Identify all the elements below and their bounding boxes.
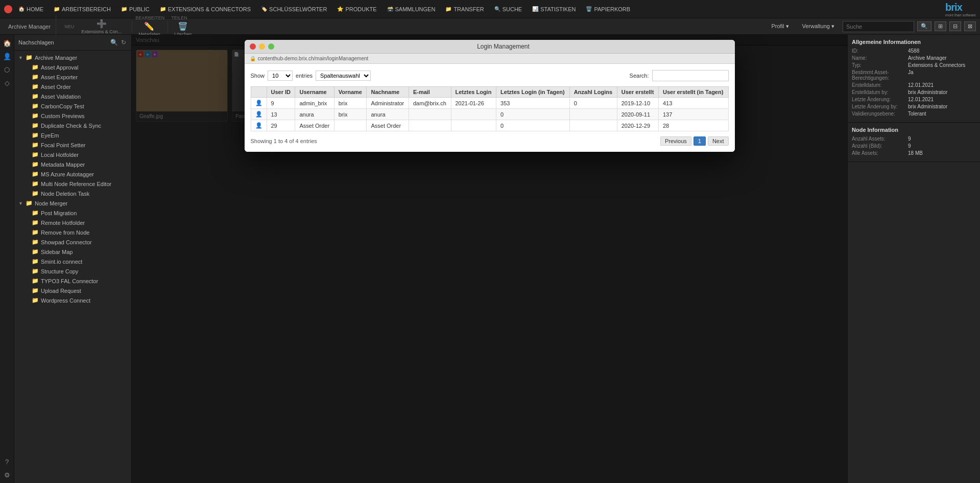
modal-maximize-btn[interactable] [268,43,274,50]
sidebar-item-multi-node-ref-editor[interactable]: 📁Multi Node Reference Editor [14,179,131,189]
user-id-cell: 13 [267,109,295,120]
view-split-btn[interactable]: ⊠ [964,21,976,31]
nav-arbeitsbereich[interactable]: 📁 ARBEITSBEREICH [50,4,115,14]
col-anzahl-logins[interactable]: Anzahl Logins [569,87,617,98]
sidebar-refresh-icon[interactable]: ↻ [120,38,127,47]
nav-extensions[interactable]: 📁 EXTENSIONS & CONNECTORS [156,4,255,14]
profil-btn[interactable]: Profil ▾ [766,21,794,32]
nav-sammlungen[interactable]: 🗃️ SAMMLUNGEN [383,4,440,14]
sidebar-item-asset-approval[interactable]: 📁Asset Approval [14,62,131,72]
sidebar-item-asset-exporter[interactable]: 📁Asset Exporter [14,72,131,82]
new-section-label: NEU [64,24,74,29]
nav-statistiken[interactable]: 📊 STATISTIKEN [528,4,580,14]
verwaltung-btn[interactable]: Verwaltung ▾ [797,21,840,32]
modal-minimize-btn[interactable] [259,43,265,50]
row-val: Extensions & Connectors [908,62,976,68]
sidebar-item-eyeem[interactable]: 📁EyeEm [14,130,131,140]
edit-icon: ✏️ [144,21,154,31]
sidebar-item-asset-validation[interactable]: 📁Asset Validation [14,91,131,101]
row-key: Typ: [852,62,908,68]
modal-url: contenthub-demo.brix.ch/main/loginManage… [258,56,369,61]
table-row[interactable]: 👤13anurabrixanura02020-09-11137 [251,109,728,120]
extensions-btn[interactable]: ➕ Extensions & Con... [78,18,125,35]
sidebar-item-label: Remove from Node [41,229,89,236]
show-select[interactable]: 102550100 [268,71,293,81]
transfer-icon: 📁 [445,6,451,12]
expand-icon: ▼ [18,201,23,206]
sidebar-item-sidebar-map[interactable]: 📁Sidebar Map [14,247,131,257]
sidebar-item-remote-hotfolder[interactable]: 📁Remote Hotfolder [14,218,131,227]
column-select[interactable]: Spaltenauswahl [316,71,371,81]
sidebar-item-typo3-fal[interactable]: 📁TYPO3 FAL Connector [14,276,131,286]
col-username[interactable]: Username [295,87,334,98]
icon-bar-help[interactable]: ? [1,455,13,468]
view-grid2-btn[interactable]: ⊟ [949,21,961,31]
table-row[interactable]: 👤9admin_brixbrixAdministratordam@brix.ch… [251,98,728,109]
table-row[interactable]: 👤29Asset OrderAsset Order02020-12-2928 [251,120,728,131]
global-search[interactable] [843,21,914,32]
col-letztes-login-tagen[interactable]: Letztes Login (in Tagen) [496,87,570,98]
general-row: Bestimmt Asset-Berechtigungen:Ja [852,70,976,81]
row-key: Anzahl (Bild): [852,143,908,149]
sidebar-item-duplicate-check-sync[interactable]: 📁Duplicate Check & Sync [14,121,131,130]
sidebar-item-custom-previews[interactable]: 📁Custom Previews [14,111,131,121]
sec-nav: Archive Manager NEU ➕ Extensions & Con..… [0,18,980,35]
col-vorname[interactable]: Vorname [334,87,367,98]
sidebar-item-showpad-connector[interactable]: 📁Showpad Connector [14,237,131,247]
nav-transfer[interactable]: 📁 TRANSFER [441,4,488,14]
nachname-cell: Asset Order [367,120,409,131]
sidebar-item-archive-manager[interactable]: ▼📁Archive Manager [14,53,131,62]
username-cell: admin_brix [295,98,334,109]
nav-home[interactable]: 🏠 HOME [14,4,47,14]
sidebar-item-structure-copy[interactable]: 📁Structure Copy [14,266,131,276]
col-user-id[interactable]: User ID [267,87,295,98]
sidebar-item-ms-azure-autotagger[interactable]: 📁MS Azure Autotagger [14,169,131,179]
login-management-modal: Login Management 🔒 contenthub-demo.brix.… [245,40,735,152]
modal-search-input[interactable] [652,70,729,81]
sidebar-item-carboncopy-test[interactable]: 📁CarbonCopy Test [14,101,131,111]
sidebar-item-metadata-mapper[interactable]: 📁Metadata Mapper [14,159,131,169]
sidebar-item-node-deletion-task[interactable]: 📁Node Deletion Task [14,189,131,198]
prev-page-btn[interactable]: Previous [660,136,691,146]
col-email[interactable]: E-mail [409,87,451,98]
view-grid1-btn[interactable]: ⊞ [935,21,946,31]
sidebar-item-remove-from-node[interactable]: 📁Remove from Node [14,227,131,237]
icon-bar-user[interactable]: 👤 [1,50,13,62]
node-info-section: Node Information Anzahl Assets:9Anzahl (… [848,123,980,162]
search-btn[interactable]: 🔍 [917,21,931,31]
sidebar-item-node-merger[interactable]: ▼📁Node Merger [14,198,131,208]
icon-bar-diamond[interactable]: ◇ [1,77,13,89]
sidebar-item-upload-request[interactable]: 📁Upload Request [14,286,131,295]
close-btn[interactable] [4,5,12,13]
sidebar-item-label: Wordpress Connect [41,297,90,304]
sidebar-item-wordpress-connect[interactable]: 📁Wordpress Connect [14,295,131,305]
icon-bar-home[interactable]: 🏠 [1,37,13,49]
sidebar-item-smint-connect[interactable]: 📁Smint.io connect [14,257,131,266]
user-id-cell: 29 [267,120,295,131]
nav-suche[interactable]: 🔍 SUCHE [490,4,527,14]
nav-papierkorb[interactable]: 🗑️ PAPIERKORB [582,4,634,14]
nav-produkte[interactable]: ⭐ PRODUKTE [333,4,380,14]
col-nachname[interactable]: Nachname [367,87,409,98]
icon-bar-settings[interactable]: ⚙ [1,469,13,481]
current-page-btn[interactable]: 1 [694,136,706,146]
col-sort[interactable] [251,87,267,98]
sidebar-item-asset-order[interactable]: 📁Asset Order [14,82,131,91]
nav-schlusselworter[interactable]: 🏷️ SCHLÜSSELWÖRTER [257,4,331,14]
col-user-erstellt[interactable]: User erstellt [617,87,658,98]
anzahl-logins-cell: 0 [569,98,617,109]
letztes-login-tagen-cell: 0 [496,109,570,120]
nav-public[interactable]: 📁 PUBLIC [117,4,154,14]
icon-bar-layers[interactable]: ⬡ [1,63,13,76]
sidebar-item-focal-point-setter[interactable]: 📁Focal Point Setter [14,140,131,150]
col-user-erstellt-tagen[interactable]: User erstellt (in Tagen) [658,87,728,98]
sidebar-item-post-migration[interactable]: 📁Post Migration [14,208,131,218]
sidebar-item-local-hotfolder[interactable]: 📁Local Hotfolder [14,150,131,159]
next-page-btn[interactable]: Next [708,136,729,146]
sidebar-search-icon[interactable]: 🔍 [109,38,119,47]
modal-close-btn[interactable] [250,43,256,50]
col-letztes-login[interactable]: Letztes Login [451,87,496,98]
user-icon-cell: 👤 [251,98,267,109]
app-subtitle: more than software [945,13,976,17]
anzahl-logins-cell [569,120,617,131]
